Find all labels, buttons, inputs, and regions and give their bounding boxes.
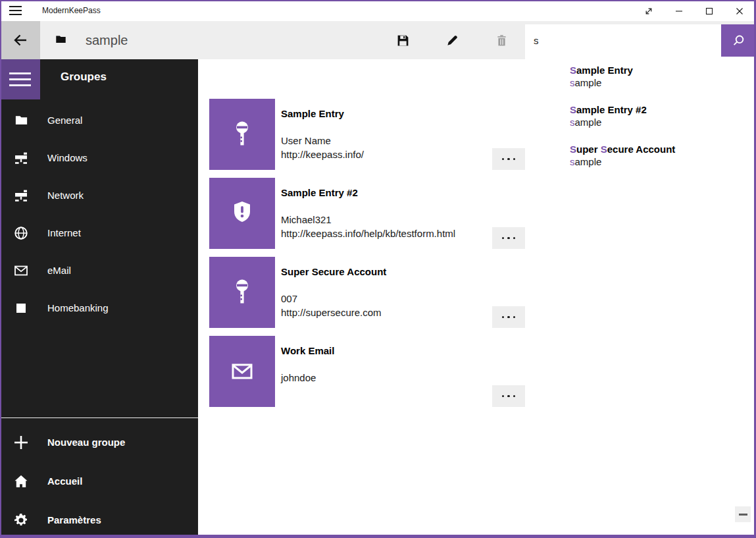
groups-heading: Groupes [61,70,107,84]
sidebar-hamburger-button[interactable] [0,59,40,99]
plus-icon [13,435,29,450]
minimize-icon [674,6,684,16]
more-button[interactable] [492,148,525,170]
entry-row-sample-entry[interactable]: Sample Entry User Name http://keepass.in… [209,99,551,170]
sidebar-item-windows[interactable]: Windows [0,139,198,176]
more-button[interactable] [492,385,525,407]
fullscreen-button[interactable] [634,1,664,21]
minimize-button[interactable] [664,1,694,21]
back-button[interactable] [0,21,40,59]
app-window: ModernKeePass sample [0,0,756,538]
sidebar-item-label: General [47,115,82,126]
network-icon [13,150,29,166]
delete-icon [495,34,509,47]
key-icon [226,277,258,308]
magnifier-icon [732,34,745,47]
close-button[interactable] [724,1,755,21]
suggestion-item[interactable]: Super Secure Account sample [525,136,755,175]
group-list: General Windows Network Internet eMail H… [0,101,198,327]
sidebar-item-network[interactable]: Network [0,176,198,214]
entry-url: http://supersecure.com [281,307,382,318]
sidebar-item-new-group[interactable]: Nouveau groupe [0,423,198,462]
caption-buttons [634,1,755,21]
mail-icon [13,263,29,279]
key-icon [226,119,258,150]
sidebar-item-homebanking[interactable]: Homebanking [0,289,198,327]
back-icon [12,32,29,49]
zoom-out-button[interactable] [735,506,751,522]
folder-icon [13,113,29,128]
suggestion-title: Sample Entry #2 [570,103,755,116]
commandbar: sample [0,21,756,59]
entry-url: http://keepass.info/ [281,149,364,160]
sidebar-divider [0,417,198,418]
sidebar-footer: Nouveau groupe Accueil Paramètres [0,423,198,538]
sidebar-item-label: Paramètres [47,514,101,525]
sidebar-item-label: eMail [47,265,71,276]
network-icon [13,188,29,203]
entry-title: Super Secure Account [281,266,386,277]
more-button[interactable] [492,227,525,249]
database-icon [55,34,66,47]
maximize-icon [704,6,715,16]
search-input[interactable] [525,24,721,57]
entry-url: http://keepass.info/help/kb/testform.htm… [281,228,455,239]
suggestion-subtitle: sample [570,155,755,169]
sidebar-item-internet[interactable]: Internet [0,214,198,252]
entry-tile [209,257,275,328]
suggestion-title: Sample Entry [570,64,755,76]
app-title: ModernKeePass [42,0,101,21]
titlebar-hamburger-icon[interactable] [9,6,22,15]
edit-icon [445,34,459,47]
entry-tile [209,178,275,249]
sidebar-item-label: Homebanking [47,302,109,313]
minus-icon [739,514,747,516]
save-button[interactable] [387,21,418,59]
more-button[interactable] [492,306,525,328]
search-suggestions: Sample Entry sample Sample Entry #2 samp… [525,57,755,182]
entry-username: johndoe [281,372,316,383]
shield-alert-icon [226,198,258,229]
edit-button[interactable] [436,21,468,59]
entry-row-work-email[interactable]: Work Email johndoe [209,336,551,407]
entry-username: 007 [281,293,297,304]
sidebar-item-label: Nouveau groupe [47,437,125,448]
sidebar-item-label: Accueil [47,475,82,487]
sidebar: Groupes General Windows Network Internet… [0,59,198,535]
globe-icon [13,225,29,241]
fullscreen-icon [643,6,654,16]
entry-tile [209,336,275,407]
sidebar-item-general[interactable]: General [0,101,198,139]
envelope-icon [226,356,258,387]
square-icon [13,300,29,316]
database-name: sample [86,21,128,59]
entry-row-sample-entry-2[interactable]: Sample Entry #2 Michael321 http://keepas… [209,178,551,249]
sidebar-item-label: Windows [47,152,88,163]
delete-button[interactable] [486,21,517,59]
suggestion-item[interactable]: Sample Entry sample [525,57,755,96]
sidebar-item-settings[interactable]: Paramètres [0,500,198,538]
entry-tile [209,99,275,170]
entry-row-super-secure-account[interactable]: Super Secure Account 007 http://supersec… [209,257,551,328]
sidebar-item-home[interactable]: Accueil [0,462,198,500]
search-button[interactable] [721,24,755,57]
suggestion-item[interactable]: Sample Entry #2 sample [525,96,755,136]
close-icon [734,6,745,16]
maximize-button[interactable] [694,1,724,21]
home-icon [13,473,29,489]
sidebar-item-label: Network [47,190,84,201]
save-icon [396,34,410,47]
suggestion-subtitle: sample [570,116,755,129]
entry-title: Sample Entry #2 [281,187,358,198]
gear-icon [13,512,29,528]
suggestion-title: Super Secure Account [570,143,755,155]
entry-username: User Name [281,135,331,146]
entry-title: Sample Entry [281,108,344,119]
titlebar: ModernKeePass [0,0,756,21]
entry-title: Work Email [281,345,334,356]
suggestion-subtitle: sample [570,76,755,90]
sidebar-item-label: Internet [47,227,81,238]
sidebar-item-email[interactable]: eMail [0,252,198,289]
entry-username: Michael321 [281,214,332,225]
